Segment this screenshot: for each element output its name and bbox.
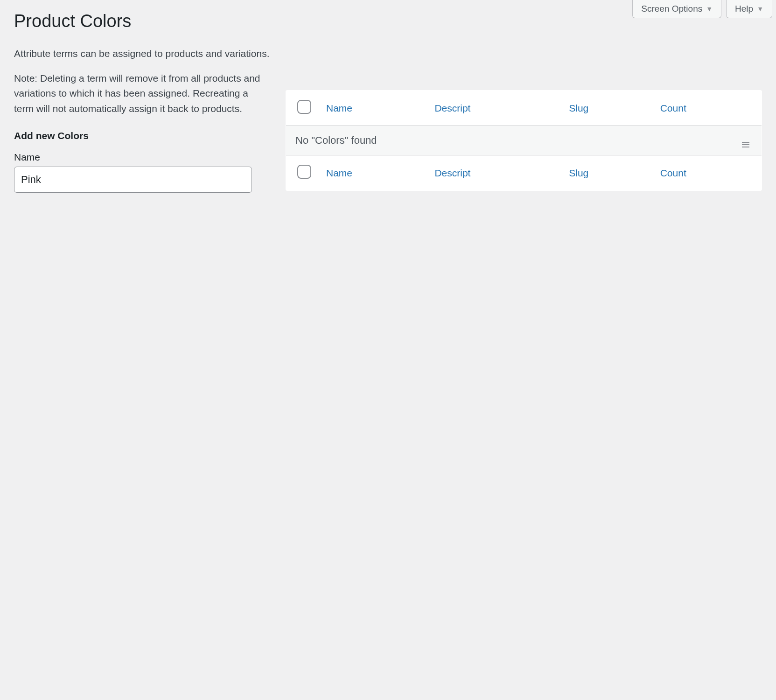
column-footer-slug[interactable]: Slug	[561, 155, 652, 191]
terms-table: Name Descript Slug Count No "Colors" fou…	[286, 90, 762, 191]
screen-options-label: Screen Options	[641, 4, 702, 14]
column-header-slug[interactable]: Slug	[561, 91, 652, 126]
select-all-header	[286, 91, 319, 126]
intro-paragraph-2: Note: Deleting a term will remove it fro…	[14, 71, 270, 117]
column-header-count[interactable]: Count	[653, 91, 762, 126]
chevron-down-icon: ▼	[757, 5, 763, 13]
column-header-name[interactable]: Name	[319, 91, 427, 126]
menu-icon[interactable]	[742, 142, 749, 147]
name-label: Name	[14, 152, 270, 163]
add-new-heading: Add new Colors	[14, 130, 270, 141]
column-footer-count[interactable]: Count	[653, 155, 762, 191]
select-all-footer	[286, 155, 319, 191]
chevron-down-icon: ▼	[706, 5, 713, 13]
empty-message: No "Colors" found	[286, 126, 653, 155]
table-empty-row: No "Colors" found	[286, 126, 762, 155]
help-label: Help	[735, 4, 753, 14]
column-header-description[interactable]: Descript	[427, 91, 561, 126]
intro-paragraph-1: Attribute terms can be assigned to produ…	[14, 46, 270, 62]
name-input[interactable]	[14, 167, 252, 193]
column-footer-name[interactable]: Name	[319, 155, 427, 191]
select-all-checkbox-footer[interactable]	[297, 165, 311, 179]
select-all-checkbox[interactable]	[297, 100, 311, 114]
screen-options-button[interactable]: Screen Options ▼	[632, 0, 721, 18]
column-footer-description[interactable]: Descript	[427, 155, 561, 191]
help-button[interactable]: Help ▼	[726, 0, 772, 18]
